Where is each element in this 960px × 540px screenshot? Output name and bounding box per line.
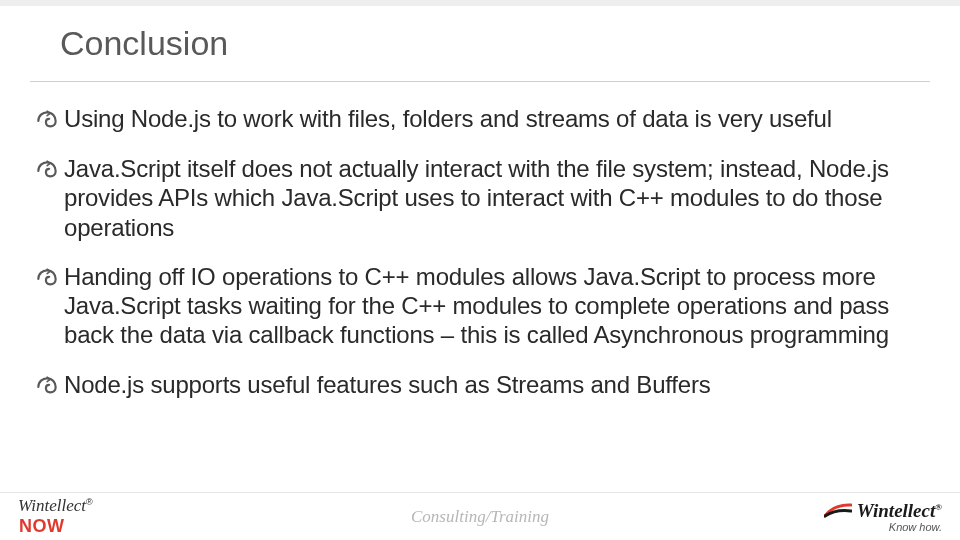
logo-subtag: Know how.	[889, 522, 942, 533]
logo-now-text: NOW	[19, 516, 93, 537]
swirl-arrow-icon	[34, 266, 60, 292]
logo-wintellect: Wintellect® Know how.	[824, 501, 942, 533]
bullet-item: Node.js supports useful features such as…	[34, 370, 926, 400]
bullet-text: Using Node.js to work with files, folder…	[64, 104, 832, 133]
registered-icon: ®	[86, 497, 93, 507]
bullet-item: Using Node.js to work with files, folder…	[34, 104, 926, 134]
title-container: Conclusion	[30, 6, 930, 82]
swirl-arrow-icon	[34, 108, 60, 134]
footer-tagline: Consulting/Training	[411, 507, 549, 527]
bullet-item: Java.Script itself does not actually int…	[34, 154, 926, 242]
swirl-arrow-icon	[34, 158, 60, 184]
registered-icon: ®	[935, 501, 942, 511]
footer: Wintellect® NOW Consulting/Training Wint…	[0, 492, 960, 540]
swoosh-icon	[824, 502, 852, 518]
bullet-text: Java.Script itself does not actually int…	[64, 154, 926, 242]
bullet-text: Handing off IO operations to C++ modules…	[64, 262, 926, 350]
bullet-item: Handing off IO operations to C++ modules…	[34, 262, 926, 350]
swirl-arrow-icon	[34, 374, 60, 400]
bullet-text: Node.js supports useful features such as…	[64, 370, 711, 399]
logo-text: Wintellect	[18, 496, 86, 515]
slide-title: Conclusion	[60, 24, 900, 73]
logo-text: Wintellect	[857, 500, 935, 521]
logo-wintellect-now: Wintellect® NOW	[18, 496, 93, 537]
content-area: Using Node.js to work with files, folder…	[0, 82, 960, 400]
